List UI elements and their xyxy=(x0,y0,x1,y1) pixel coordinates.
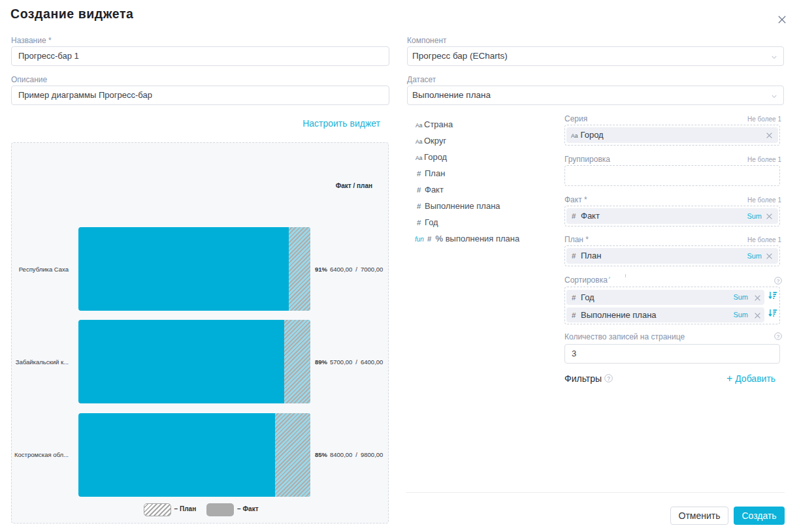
svg-text:?: ? xyxy=(607,375,610,382)
svg-text:?: ? xyxy=(777,278,780,284)
svg-text:?: ? xyxy=(777,334,780,339)
